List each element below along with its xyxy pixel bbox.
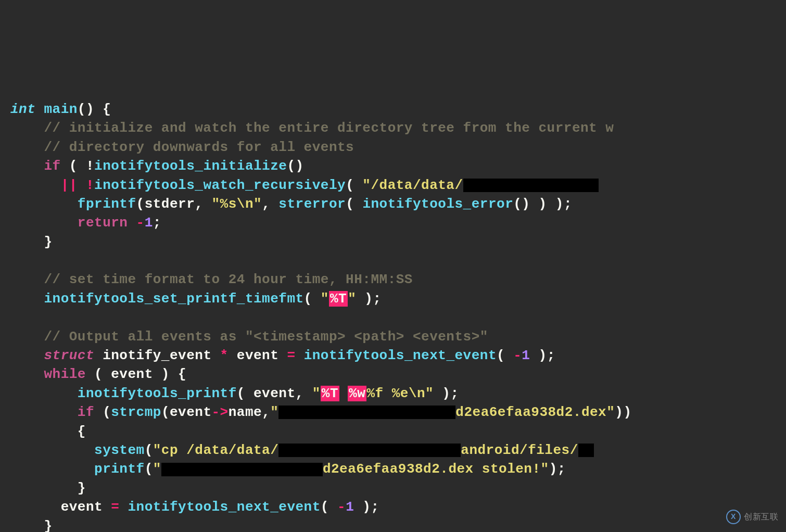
variable: event bbox=[61, 499, 111, 515]
function-call: inotifytools_next_event bbox=[304, 348, 497, 363]
paren: ( bbox=[94, 404, 111, 420]
function-call: strcmp bbox=[111, 404, 161, 420]
type-name: inotify_event bbox=[94, 348, 220, 363]
string-literal: d2ea6efaa938d2.dex stolen!" bbox=[323, 461, 549, 477]
operator: || ! bbox=[61, 178, 94, 193]
redacted-mask bbox=[278, 406, 455, 419]
paren: ( event, bbox=[237, 386, 312, 401]
end: ); bbox=[434, 386, 459, 401]
number: 1 bbox=[145, 215, 153, 231]
end: ); bbox=[356, 291, 381, 307]
format-specifier: %T bbox=[321, 386, 339, 401]
format-specifier: %T bbox=[329, 291, 348, 307]
string-literal: d2ea6efaa938d2.dex" bbox=[455, 404, 615, 420]
function-call: inotifytools_set_printf_timefmt bbox=[44, 291, 303, 307]
keyword-struct: struct bbox=[44, 348, 94, 363]
parens: () bbox=[287, 158, 303, 174]
operator: ( ! bbox=[61, 158, 94, 174]
string-literal: "/data/data/ bbox=[362, 178, 463, 193]
string-literal: %f %e\n" bbox=[366, 386, 434, 401]
brace: } bbox=[78, 480, 86, 496]
string-quote: " bbox=[153, 461, 161, 477]
paren: ( bbox=[346, 178, 362, 193]
redacted-mask bbox=[278, 444, 461, 457]
comma: , bbox=[262, 196, 278, 212]
keyword-while: while bbox=[44, 366, 86, 382]
watermark-logo-icon: X bbox=[726, 510, 741, 524]
paren: ( bbox=[136, 196, 145, 212]
keyword-return: return bbox=[78, 215, 128, 231]
function-name: main bbox=[44, 102, 77, 117]
string-quote: " bbox=[348, 291, 356, 307]
brace: { bbox=[78, 424, 86, 439]
function-call: inotifytools_next_event bbox=[128, 499, 320, 515]
comment: // Output all events as "<timestamp> <pa… bbox=[44, 329, 488, 345]
brace: } bbox=[44, 518, 52, 532]
paren: ( bbox=[497, 348, 513, 363]
paren: ( bbox=[346, 196, 362, 212]
string-quote: " bbox=[270, 404, 278, 420]
watermark-text: 创新互联 bbox=[744, 511, 778, 523]
paren-block: ( event ) { bbox=[86, 366, 186, 382]
function-call: inotifytools_watch_recursively bbox=[94, 178, 346, 193]
operator: -> bbox=[212, 404, 229, 420]
paren: (event bbox=[161, 404, 212, 420]
identifier: stderr bbox=[145, 196, 195, 212]
end: ) ); bbox=[530, 196, 572, 212]
variable: event bbox=[237, 348, 287, 363]
paren: ( bbox=[145, 442, 153, 458]
comment: // set time format to 24 hour time, HH:M… bbox=[44, 272, 413, 287]
keyword-if: if bbox=[44, 158, 60, 174]
function-call: system bbox=[94, 442, 145, 458]
function-call: printf bbox=[94, 461, 145, 477]
brace: } bbox=[44, 234, 52, 250]
string-quote: " bbox=[312, 386, 321, 401]
watermark: X 创新互联 bbox=[726, 510, 778, 524]
end: ); bbox=[549, 461, 566, 477]
operator: * bbox=[220, 348, 237, 363]
code-editor[interactable]: int main() { // initialize and watch the… bbox=[10, 81, 776, 532]
keyword-if: if bbox=[78, 404, 94, 420]
brace: { bbox=[94, 102, 111, 117]
end: )) bbox=[615, 404, 631, 420]
string-literal: "%s\n" bbox=[212, 196, 262, 212]
paren: ( bbox=[321, 499, 337, 515]
number: 1 bbox=[346, 499, 354, 515]
parens: () bbox=[78, 102, 94, 117]
paren: ( bbox=[145, 461, 153, 477]
function-call: inotifytools_error bbox=[362, 196, 513, 212]
format-specifier: %w bbox=[348, 386, 366, 401]
operator: - bbox=[513, 348, 522, 363]
comma: , bbox=[195, 196, 211, 212]
function-call: fprintf bbox=[78, 196, 136, 212]
function-call: strerror bbox=[278, 196, 346, 212]
paren: ( bbox=[304, 291, 321, 307]
string-quote: " bbox=[321, 291, 329, 307]
code-block: int main() { // initialize and watch the… bbox=[10, 100, 776, 532]
operator: = bbox=[287, 348, 303, 363]
end: ); bbox=[354, 499, 379, 515]
operator: = bbox=[111, 499, 128, 515]
string-literal: android/files/ bbox=[461, 442, 578, 458]
string-literal: "cp /data/data/ bbox=[153, 442, 279, 458]
comment: // initialize and watch the entire direc… bbox=[44, 120, 614, 136]
identifier: name, bbox=[229, 404, 271, 420]
semicolon: ; bbox=[153, 215, 161, 231]
end: ); bbox=[530, 348, 555, 363]
comment: // directory downwards for all events bbox=[44, 140, 354, 155]
redacted-mask bbox=[578, 444, 594, 457]
function-call: inotifytools_printf bbox=[78, 386, 237, 401]
redacted-mask bbox=[463, 179, 599, 192]
operator: - bbox=[337, 499, 346, 515]
string-space bbox=[339, 386, 348, 401]
number: 1 bbox=[522, 348, 530, 363]
function-call: inotifytools_initialize bbox=[94, 158, 287, 174]
type-keyword: int bbox=[10, 102, 35, 117]
parens: () bbox=[513, 196, 530, 212]
operator: - bbox=[128, 215, 144, 231]
redacted-mask bbox=[161, 463, 323, 476]
